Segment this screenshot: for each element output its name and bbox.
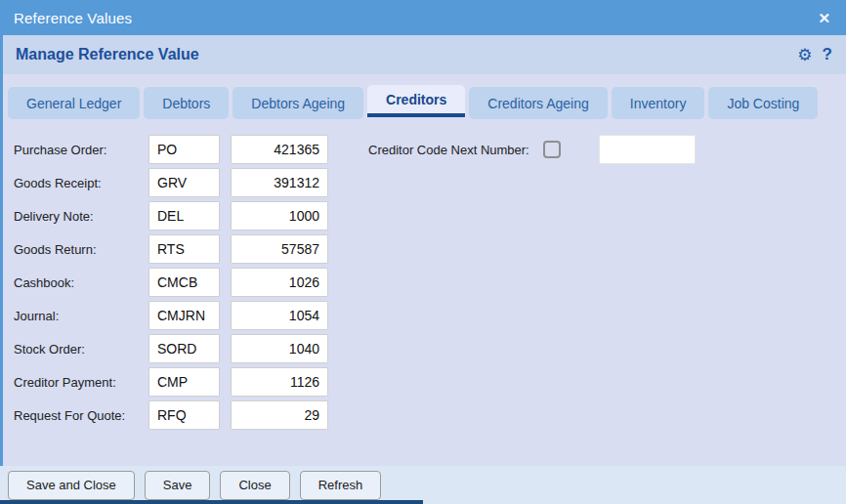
form-row-cashbook: Cashbook: (14, 268, 328, 297)
save-button[interactable]: Save (145, 471, 211, 500)
form-row-goods-return: Goods Return: (14, 234, 328, 264)
tab-creditors-ageing[interactable]: Creditors Ageing (469, 87, 608, 119)
request-for-quote-number-input[interactable] (231, 400, 328, 430)
form-row-purchase-order: Purchase Order: (14, 135, 328, 164)
close-button[interactable]: Close (220, 471, 289, 500)
goods-receipt-number-input[interactable] (231, 168, 328, 197)
creditor-payment-number-input[interactable] (231, 367, 328, 397)
save-and-close-button[interactable]: Save and Close (8, 471, 135, 500)
gear-icon[interactable]: ⚙ (797, 45, 812, 65)
tab-inventory[interactable]: Inventory (612, 87, 705, 119)
form-row-delivery-note: Delivery Note: (14, 201, 328, 231)
creditor-code-next-number-input[interactable] (599, 135, 696, 164)
request-for-quote-code-input[interactable] (148, 400, 220, 430)
goods-return-label: Goods Return: (14, 242, 148, 257)
form-row-goods-receipt: Goods Receipt: (14, 168, 328, 197)
page-header: Manage Reference Value ⚙ ? (0, 35, 846, 74)
close-icon[interactable]: ✕ (818, 11, 830, 25)
purchase-order-number-input[interactable] (231, 135, 328, 164)
header-icons: ⚙ ? (797, 45, 832, 65)
goods-return-code-input[interactable] (148, 234, 220, 264)
help-icon[interactable]: ? (823, 45, 832, 64)
journal-code-input[interactable] (148, 301, 220, 330)
goods-return-number-input[interactable] (231, 234, 328, 264)
cashbook-number-input[interactable] (231, 268, 328, 297)
stock-order-number-input[interactable] (231, 334, 328, 363)
delivery-note-number-input[interactable] (231, 201, 328, 231)
stock-order-label: Stock Order: (14, 342, 148, 357)
journal-label: Journal: (14, 309, 148, 323)
reference-values-window: Reference Values ✕ Manage Reference Valu… (0, 0, 846, 504)
form-row-journal: Journal: (14, 301, 328, 330)
tab-debtors[interactable]: Debtors (144, 87, 229, 119)
creditor-code-next-number-checkbox[interactable] (543, 141, 561, 158)
form-row-creditor-payment: Creditor Payment: (14, 367, 328, 397)
purchase-order-code-input[interactable] (148, 135, 220, 164)
tab-creditors[interactable]: Creditors (367, 85, 465, 117)
goods-receipt-label: Goods Receipt: (14, 176, 148, 190)
creditor-payment-label: Creditor Payment: (14, 375, 148, 390)
cashbook-code-input[interactable] (148, 268, 220, 297)
delivery-note-label: Delivery Note: (14, 209, 148, 224)
tab-bar: General Ledger Debtors Debtors Ageing Cr… (8, 85, 838, 122)
tab-general-ledger[interactable]: General Ledger (8, 87, 140, 119)
creditor-code-next-number-group: Creditor Code Next Number: (368, 135, 696, 164)
stock-order-code-input[interactable] (148, 334, 220, 363)
title-bar: Reference Values ✕ (0, 0, 846, 35)
tab-debtors-ageing[interactable]: Debtors Ageing (233, 87, 363, 119)
journal-number-input[interactable] (231, 301, 328, 330)
delivery-note-code-input[interactable] (148, 201, 220, 231)
refresh-button[interactable]: Refresh (300, 471, 382, 500)
creditors-form: Purchase Order: Goods Receipt: Delivery … (3, 121, 846, 466)
tab-job-costing[interactable]: Job Costing (708, 87, 818, 119)
window-title: Reference Values (14, 10, 132, 26)
creditor-code-next-number-label: Creditor Code Next Number: (368, 143, 529, 157)
goods-receipt-code-input[interactable] (148, 168, 220, 197)
footer-toolbar: Save and Close Save Close Refresh (0, 466, 846, 504)
creditor-payment-code-input[interactable] (148, 367, 220, 397)
cashbook-label: Cashbook: (14, 275, 148, 290)
purchase-order-label: Purchase Order: (14, 143, 148, 157)
request-for-quote-label: Request For Quote: (14, 408, 148, 423)
form-row-stock-order: Stock Order: (14, 334, 328, 363)
page-title: Manage Reference Value (16, 46, 199, 63)
form-row-request-for-quote: Request For Quote: (14, 400, 328, 430)
bottom-accent-bar (0, 500, 423, 504)
